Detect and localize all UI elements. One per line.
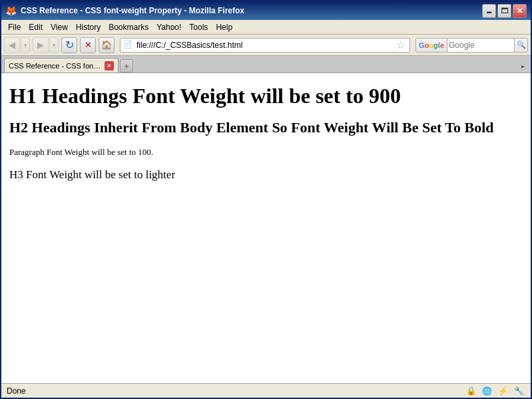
tab-close-button[interactable]: ✕ — [105, 61, 114, 70]
menu-view[interactable]: View — [47, 21, 72, 33]
active-tab[interactable]: CSS Reference - CSS font-weight ... ✕ — [4, 58, 119, 72]
menu-file[interactable]: File — [4, 21, 25, 33]
menu-help[interactable]: Help — [212, 21, 236, 33]
menu-bookmarks[interactable]: Bookmarks — [105, 21, 152, 33]
browser-icon: 🦊 — [5, 5, 17, 16]
menu-history[interactable]: History — [72, 21, 105, 33]
google-logo: Google — [416, 39, 447, 52]
heading-1: H1 Headings Font Weight will be set to 9… — [9, 84, 523, 108]
page-icon: 📄 — [123, 40, 134, 51]
nav-bar: ◀ ▾ ▶ ▾ ↻ ✕ 🏠 📄 file:///C:/_CSSBasics/te… — [1, 35, 531, 56]
status-lock-icon[interactable]: 🔒 — [464, 385, 477, 397]
tab-scroll-right[interactable]: ▸ — [517, 59, 528, 72]
home-button[interactable]: 🏠 — [99, 37, 115, 53]
search-bar: Google 🔍 — [415, 38, 528, 53]
address-text: file:///C:/_CSSBasics/test.html — [136, 41, 395, 50]
minimize-button[interactable]: 🗕 — [482, 4, 496, 18]
new-tab-button[interactable]: + — [120, 59, 133, 72]
status-lightning-icon[interactable]: ⚡ — [496, 385, 509, 397]
back-arrow[interactable]: ▾ — [21, 37, 30, 53]
status-icons: 🔒 🌐 ⚡ 🔧 — [464, 385, 525, 397]
menu-edit[interactable]: Edit — [25, 21, 47, 33]
content-area: H1 Headings Font Weight will be set to 9… — [1, 73, 531, 383]
reload-button[interactable]: ↻ — [61, 37, 77, 53]
browser-window: 🦊 CSS Reference - CSS font-weight Proper… — [0, 0, 532, 399]
heading-3: H3 Font Weight will be set to lighter — [9, 168, 523, 182]
bookmark-star[interactable]: ☆ — [396, 39, 405, 51]
window-title: CSS Reference - CSS font-weight Property… — [21, 6, 244, 15]
tab-bar: CSS Reference - CSS font-weight ... ✕ + … — [1, 56, 531, 73]
search-button[interactable]: 🔍 — [514, 39, 527, 52]
search-input[interactable] — [447, 41, 514, 50]
forward-button[interactable]: ▶ — [33, 37, 49, 53]
status-tools-icon[interactable]: 🔧 — [512, 385, 525, 397]
address-bar[interactable]: 📄 file:///C:/_CSSBasics/test.html ☆ — [120, 38, 410, 53]
back-button[interactable]: ◀ — [4, 37, 20, 53]
stop-button[interactable]: ✕ — [80, 37, 96, 53]
menu-yahoo[interactable]: Yahoo! — [152, 21, 185, 33]
tab-label: CSS Reference - CSS font-weight ... — [9, 62, 102, 70]
status-globe-icon[interactable]: 🌐 — [480, 385, 493, 397]
heading-2: H2 Headings Inherit From Body Element So… — [9, 119, 523, 136]
paragraph: Paragraph Font Weight will be set to 100… — [9, 147, 523, 158]
status-text: Done — [7, 386, 26, 396]
menu-tools[interactable]: Tools — [185, 21, 212, 33]
maximize-button[interactable]: 🗖 — [497, 4, 511, 18]
title-bar: 🦊 CSS Reference - CSS font-weight Proper… — [1, 1, 531, 20]
close-button[interactable]: ✕ — [513, 4, 527, 18]
forward-arrow[interactable]: ▾ — [49, 37, 59, 53]
menu-bar: File Edit View History Bookmarks Yahoo! … — [1, 20, 531, 35]
main-area: H1 Headings Font Weight will be set to 9… — [1, 73, 531, 383]
status-bar: Done 🔒 🌐 ⚡ 🔧 — [1, 383, 531, 398]
